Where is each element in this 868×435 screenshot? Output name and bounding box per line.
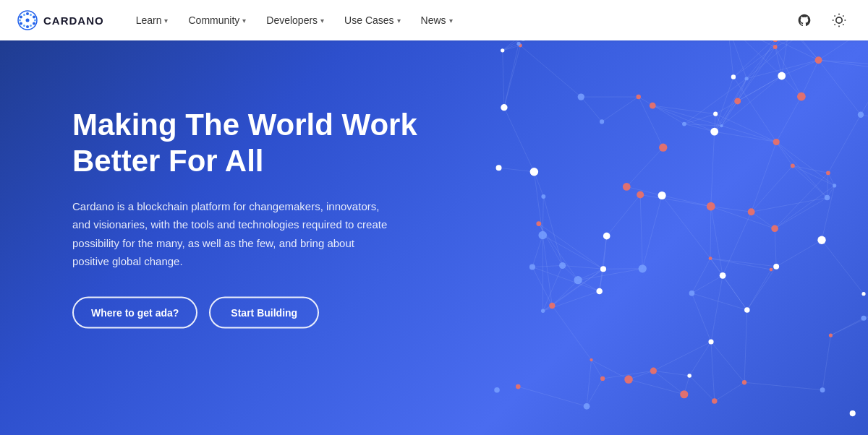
svg-line-17	[835, 16, 835, 17]
svg-point-14	[836, 17, 842, 23]
where-to-get-ada-button[interactable]: Where to get ada?	[72, 296, 197, 328]
hero-section: Making The World Work Better For All Car…	[0, 0, 868, 435]
nav-item-use-cases[interactable]: Use Cases ▾	[336, 10, 409, 30]
svg-point-5	[20, 22, 22, 25]
svg-point-3	[20, 16, 22, 19]
svg-point-1	[26, 12, 29, 15]
nav-logo[interactable]: CARDANO	[17, 10, 104, 30]
hero-title: Making The World Work Better For All	[72, 107, 448, 180]
nav-label-use-cases: Use Cases	[344, 14, 393, 26]
svg-point-13	[34, 20, 36, 22]
cardano-logo-icon	[17, 10, 38, 30]
svg-point-2	[26, 25, 29, 28]
hero-buttons: Where to get ada? Start Building	[72, 296, 448, 328]
nav-item-developers[interactable]: Developers ▾	[258, 10, 333, 30]
nav-links: Learn ▾ Community ▾ Developers ▾ Use Cas…	[127, 10, 793, 30]
navbar: CARDANO Learn ▾ Community ▾ Developers ▾…	[0, 0, 868, 40]
svg-point-6	[33, 22, 35, 25]
nav-label-news: News	[421, 14, 446, 26]
chevron-down-icon: ▾	[320, 17, 324, 25]
hero-description: Cardano is a blockchain platform for cha…	[72, 197, 391, 270]
nav-label-developers: Developers	[266, 14, 318, 26]
chevron-down-icon: ▾	[242, 17, 246, 25]
svg-line-18	[843, 24, 843, 25]
nav-item-news[interactable]: News ▾	[412, 10, 461, 30]
svg-point-12	[19, 20, 21, 22]
chevron-down-icon: ▾	[164, 17, 168, 25]
svg-point-11	[30, 25, 32, 27]
chevron-down-icon: ▾	[397, 17, 401, 25]
theme-toggle-button[interactable]	[827, 9, 851, 32]
github-icon-button[interactable]	[793, 9, 816, 32]
svg-point-7	[26, 19, 30, 22]
svg-line-22	[843, 16, 843, 17]
github-icon	[797, 13, 812, 27]
nav-label-community: Community	[188, 14, 239, 26]
chevron-down-icon: ▾	[449, 17, 453, 25]
svg-point-10	[23, 25, 25, 27]
hero-content: Making The World Work Better For All Car…	[72, 107, 448, 329]
nav-logo-text: CARDANO	[43, 14, 104, 27]
svg-line-21	[835, 24, 835, 25]
nav-label-learn: Learn	[136, 14, 162, 26]
nav-item-learn[interactable]: Learn ▾	[127, 10, 177, 30]
nav-right	[793, 9, 851, 32]
nav-item-community[interactable]: Community ▾	[179, 10, 255, 30]
sun-icon	[832, 13, 846, 27]
svg-point-9	[30, 14, 32, 16]
svg-point-4	[33, 16, 35, 19]
svg-point-8	[23, 14, 25, 16]
start-building-button[interactable]: Start Building	[209, 296, 319, 328]
